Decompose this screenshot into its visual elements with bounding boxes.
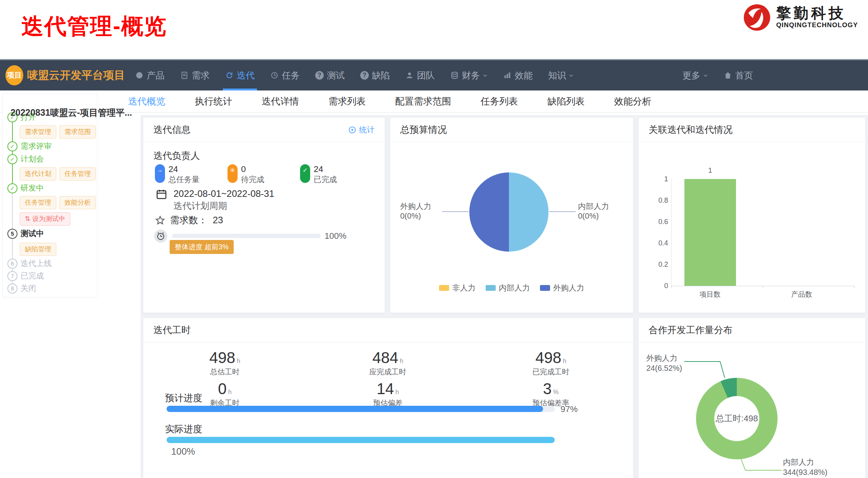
- nav-item-iteration[interactable]: 迭代: [217, 60, 262, 90]
- budget-left-label: 外购人力 0(0%): [400, 202, 441, 221]
- swap-vertical-icon: ⇅: [25, 215, 32, 222]
- task-manage-button[interactable]: 任务管理: [20, 196, 56, 209]
- spinner-icon: ✳: [227, 164, 238, 183]
- donut-hole: 总工时:498: [714, 396, 759, 441]
- nav-label: 团队: [417, 70, 435, 82]
- step-number: 5: [7, 229, 17, 239]
- step-test-actions: 缺陷管理: [20, 243, 56, 256]
- project-name: 唛盟云开发平台项目: [27, 68, 125, 83]
- chevron-down-icon: [569, 73, 574, 78]
- nav-item-knowledge[interactable]: 知识: [540, 60, 582, 90]
- requirement-manage-button[interactable]: 需求管理: [20, 125, 56, 139]
- tab-execution-stats[interactable]: 执行统计: [195, 95, 232, 108]
- document-icon: [180, 71, 189, 80]
- arrow-right-icon: →: [155, 164, 165, 183]
- step-number: 6: [7, 259, 17, 269]
- tab-task-list[interactable]: 任务列表: [481, 95, 518, 108]
- step-closed: 8 关闭: [7, 283, 36, 294]
- nav-item-product[interactable]: 产品: [127, 60, 172, 90]
- planned-progress-bar: [167, 406, 555, 412]
- nav-item-more[interactable]: 更多: [675, 60, 716, 90]
- nav-item-requirement[interactable]: 需求: [172, 60, 217, 90]
- hours-stats: 498h 总估工时 0h 剩余工时 484h 应完成工时 14h 预估偏差 49…: [143, 349, 633, 411]
- main-nav: 项目 唛盟云开发平台项目 产品 需求 迭代 任务 ? 测试: [0, 60, 868, 90]
- step-label: 研发中: [21, 183, 44, 193]
- y-tick: 1: [650, 175, 668, 183]
- nav-label: 财务: [462, 70, 480, 82]
- sync-icon: [225, 71, 234, 80]
- step-developing: ✓ 研发中: [7, 183, 44, 193]
- defect-manage-button[interactable]: 缺陷管理: [20, 243, 56, 256]
- performance-analysis-button[interactable]: 效能分析: [59, 196, 96, 209]
- step-plan-actions: 迭代计划 任务管理: [20, 167, 96, 181]
- tab-performance-analysis[interactable]: 效能分析: [614, 95, 651, 108]
- pie-leader-line: [549, 211, 576, 212]
- nav-item-defect[interactable]: ? 缺陷: [352, 60, 398, 90]
- x-label-projects: 项目数: [683, 290, 737, 299]
- iteration-plan-button[interactable]: 迭代计划: [20, 167, 56, 181]
- nav-item-performance[interactable]: 效能: [495, 60, 540, 90]
- clock-icon: [270, 71, 279, 80]
- stat-label: 总任务量: [168, 175, 200, 184]
- set-testing-button[interactable]: ⇅ 设为测试中: [20, 212, 70, 226]
- requirement-count-value: 23: [213, 215, 223, 226]
- question-icon: ?: [315, 71, 324, 80]
- card-title: 合作开发工作量分布: [649, 324, 733, 336]
- y-tick: 0.2: [650, 261, 668, 269]
- y-tick: 0.8: [650, 196, 668, 205]
- period-label: 迭代计划周期: [174, 201, 227, 211]
- nav-item-test[interactable]: ? 测试: [307, 60, 352, 90]
- check-icon: ✓: [300, 164, 310, 183]
- question-icon: ?: [360, 71, 369, 80]
- step-completed: 7 已完成: [7, 271, 44, 281]
- period-value: 2022-08-01~2022-08-31: [174, 188, 274, 199]
- legend-outsourced[interactable]: 外购人力: [540, 283, 584, 293]
- x-tick-mark: [854, 286, 855, 288]
- step-label: 测试中: [21, 228, 44, 239]
- stat-value: 24: [168, 164, 178, 174]
- project-selector[interactable]: 项目 唛盟云开发平台项目: [5, 65, 125, 85]
- card-title: 迭代信息: [153, 123, 191, 136]
- page: 迭代管理-概览 擎勤科技 QINQINGTECHNOLOGY 项目 唛盟云开发平…: [0, 0, 868, 478]
- project-badge: 项目: [5, 65, 23, 85]
- card-title: 总预算情况: [400, 123, 447, 136]
- actual-progress-label: 实际进度: [165, 423, 202, 435]
- nav-item-team[interactable]: 团队: [398, 60, 443, 90]
- related-iterations-card: 关联迭代和迭代情况 1 0.8 0.6 0.4 0.2 0 1 项目数 产品数: [638, 117, 866, 313]
- tab-iteration-detail[interactable]: 迭代详情: [262, 95, 299, 108]
- legend-internal[interactable]: 内部人力: [486, 283, 530, 293]
- nav-item-task[interactable]: 任务: [262, 60, 307, 90]
- workflow-sidebar: 20220831唛盟云-项目管理平... ✓ 打开 需求管理 需求范围 ✓ 需求…: [2, 93, 97, 297]
- stat-label: 已完成: [314, 175, 337, 184]
- chevron-down-icon: [703, 73, 708, 78]
- stat-pending: ✳ 0 待完成: [227, 164, 300, 184]
- task-manage-button[interactable]: 任务管理: [59, 167, 96, 181]
- calendar-icon: [156, 188, 167, 200]
- stats-link[interactable]: 统计: [348, 125, 375, 135]
- alarm-clock-icon: [154, 229, 167, 243]
- tab-iteration-overview[interactable]: 迭代概览: [128, 95, 165, 108]
- requirement-scope-button[interactable]: 需求范围: [59, 125, 96, 139]
- nav-item-finance[interactable]: 财务: [443, 60, 495, 90]
- hours-col-completed: 498h 已完成工时 3% 预估偏差率: [469, 349, 632, 411]
- tab-config-requirement-scope[interactable]: 配置需求范围: [395, 95, 451, 108]
- star-icon: [155, 215, 165, 226]
- legend-non-human[interactable]: 非人力: [439, 283, 476, 293]
- x-label-products: 产品数: [774, 290, 829, 299]
- donut-center-text: 总工时:498: [716, 413, 758, 424]
- workload-donut: 总工时:498: [696, 378, 778, 459]
- nav-label: 缺陷: [372, 70, 390, 82]
- nav-label: 首页: [735, 70, 753, 82]
- tab-requirement-list[interactable]: 需求列表: [328, 95, 366, 108]
- legend-swatch: [439, 285, 449, 291]
- planned-progress-fill: [167, 406, 543, 412]
- actual-progress-bar: [167, 437, 555, 443]
- budget-legend: 非人力 内部人力 外购人力: [390, 283, 633, 293]
- step-label: 关闭: [21, 283, 36, 294]
- task-stats: → 24 总任务量 ✳ 0 待完成 ✓ 24 已完成: [155, 164, 373, 184]
- step-label: 计划会: [21, 154, 44, 164]
- workload-internal-label: 内部人力 344(93.48%): [783, 457, 828, 477]
- tab-defect-list[interactable]: 缺陷列表: [547, 95, 585, 108]
- step-label: 需求评审: [21, 141, 52, 151]
- nav-item-home[interactable]: 首页: [716, 60, 761, 90]
